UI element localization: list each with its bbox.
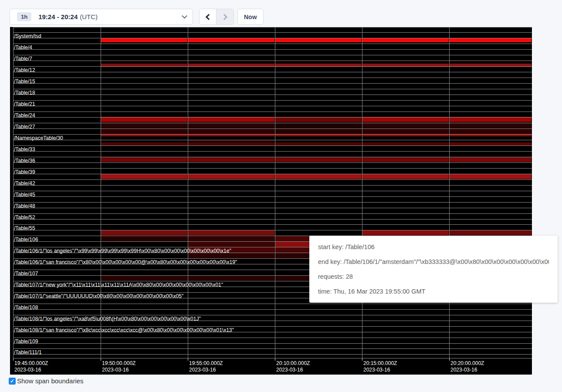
span-key-label: /Table/12 — [14, 67, 35, 73]
heat-band-cell — [188, 174, 274, 179]
chevron-down-icon — [182, 13, 187, 19]
heat-band-cell — [275, 157, 362, 162]
span-boundary-line — [13, 27, 532, 27]
span-key-label: /Table/45 — [14, 192, 35, 198]
heat-band-cell — [450, 38, 532, 42]
next-range-button[interactable] — [217, 9, 234, 24]
span-boundary-line — [13, 213, 532, 214]
heat-band-cell — [275, 174, 362, 179]
heat-band-cell — [188, 230, 274, 235]
span-boundary-line — [13, 83, 532, 84]
span-boundary-line — [13, 343, 532, 344]
span-key-label: /Table/107/1/"new york"/"\x11\x11\x11\x1… — [14, 282, 223, 288]
tooltip-line: time: Thu, 16 Mar 2023 19:55:00 GMT — [318, 284, 549, 299]
span-key-label: /Table/48 — [14, 203, 35, 209]
span-key-label: /Table/106/1/"los angeles"/"\x99\x99\x99… — [14, 248, 231, 254]
span-key-label: /System/tsd — [14, 33, 41, 39]
span-boundary-line — [13, 72, 532, 72]
x-axis-label: 19:50:00.000Z2023-03-16 — [102, 360, 135, 373]
span-boundary-line — [13, 196, 532, 197]
x-axis-label: 20:10:00.000Z2023-03-16 — [276, 360, 310, 373]
range-text: 19:24 - 20:24 — [38, 13, 78, 20]
prev-range-button[interactable] — [200, 9, 217, 24]
span-boundary-line — [13, 309, 532, 310]
span-key-label: /Table/33 — [14, 146, 35, 152]
span-key-label: /Table/27 — [14, 124, 35, 130]
span-key-label: /Table/108/1/"los angeles"/"\xa8\xf5\u00… — [14, 316, 201, 322]
span-boundary-line — [13, 304, 532, 304]
show-span-boundaries-checkbox[interactable]: ✓ — [9, 378, 16, 385]
span-boundary-line — [13, 89, 532, 89]
heat-band-cell — [188, 142, 274, 145]
heat-band-cell — [450, 142, 532, 145]
span-boundary-line — [13, 49, 532, 50]
x-axis-label: 19:45:00.000Z2023-03-16 — [14, 360, 48, 373]
span-boundary-line — [13, 179, 532, 180]
span-key-label: /Table/106 — [14, 237, 38, 243]
span-key-label: /Table/109 — [14, 338, 38, 345]
span-boundary-line — [13, 358, 532, 358]
span-boundary-line — [13, 315, 532, 315]
span-key-label: /NamespaceTable/30 — [14, 135, 63, 141]
checkmark-icon: ✓ — [10, 378, 14, 384]
span-key-label: /Table/4 — [14, 44, 32, 51]
range-step-buttons — [199, 9, 234, 25]
span-boundary-line — [13, 174, 532, 174]
span-boundary-line — [13, 219, 532, 220]
span-boundary-line — [13, 61, 532, 61]
time-toolbar: 1h 19:24 - 20:24 (UTC) Now — [0, 0, 562, 27]
span-boundary-line — [13, 140, 532, 140]
time-gridline — [275, 27, 275, 358]
heat-band-cell — [101, 275, 187, 280]
span-boundary-line — [13, 230, 532, 230]
span-key-label: /Table/15 — [14, 78, 35, 84]
span-boundary-line — [13, 106, 532, 106]
time-gridline — [188, 27, 188, 358]
heat-band-cell — [275, 142, 362, 145]
heat-band-cell — [450, 230, 532, 235]
time-range-selector[interactable]: 1h 19:24 - 20:24 (UTC) — [10, 9, 193, 25]
span-key-label: /Table/107 — [14, 270, 38, 277]
span-boundary-line — [13, 348, 532, 349]
heat-band-cell — [101, 230, 187, 235]
time-gridline — [101, 27, 101, 358]
heat-band-cell — [101, 38, 187, 42]
heat-band-cell — [362, 174, 449, 179]
x-axis-label: 20:20:00.000Z2023-03-16 — [450, 360, 484, 373]
heat-band-cell — [362, 157, 449, 162]
heat-band-cell — [188, 241, 274, 247]
span-key-label: /Table/21 — [14, 101, 35, 107]
span-key-label: /Table/24 — [14, 112, 35, 118]
keyviz-heatmap-canvas[interactable]: /System/tsd/Table/4/Table/7/Table/12/Tab… — [10, 27, 532, 375]
span-key-label: /Table/42 — [14, 180, 35, 186]
span-key-label: /Table/111/1 — [14, 349, 42, 355]
heat-band-cell — [362, 142, 449, 145]
span-key-label: /Table/36 — [14, 158, 35, 164]
span-key-label: /Table/108 — [14, 304, 38, 311]
heat-band-cell — [188, 275, 274, 280]
span-boundary-line — [13, 145, 532, 146]
now-button[interactable]: Now — [237, 9, 264, 25]
heat-band-cell — [188, 157, 274, 162]
span-boundary-line — [13, 123, 532, 123]
tooltip-line: end key: /Table/106/1/"amsterdam"/"\xb33… — [318, 254, 549, 269]
span-boundary-line — [13, 162, 532, 163]
span-key-label: /Table/52 — [14, 214, 35, 220]
heat-band-cell — [275, 38, 362, 42]
span-boundary-line — [13, 157, 532, 157]
heat-band-cell — [101, 157, 187, 162]
tooltip-line: start key: /Table/106 — [318, 240, 549, 254]
span-boundary-line — [13, 202, 532, 203]
tooltip-line: requests: 28 — [318, 269, 549, 284]
span-key-label: /Table/55 — [14, 225, 35, 231]
span-boundary-line — [13, 32, 532, 33]
span-key-label: /Table/7 — [14, 56, 32, 62]
span-boundary-line — [13, 100, 532, 101]
x-axis-label: 19:55:00.000Z2023-03-16 — [189, 360, 223, 373]
span-boundary-line — [13, 185, 532, 186]
range-duration-badge: 1h — [17, 12, 31, 21]
span-key-label: /Table/108/1/"san francisco"/"\x8c\xcc\x… — [14, 327, 234, 333]
range-timezone: (UTC) — [80, 13, 98, 20]
heat-band-cell — [101, 142, 187, 145]
time-gridline — [362, 27, 362, 358]
